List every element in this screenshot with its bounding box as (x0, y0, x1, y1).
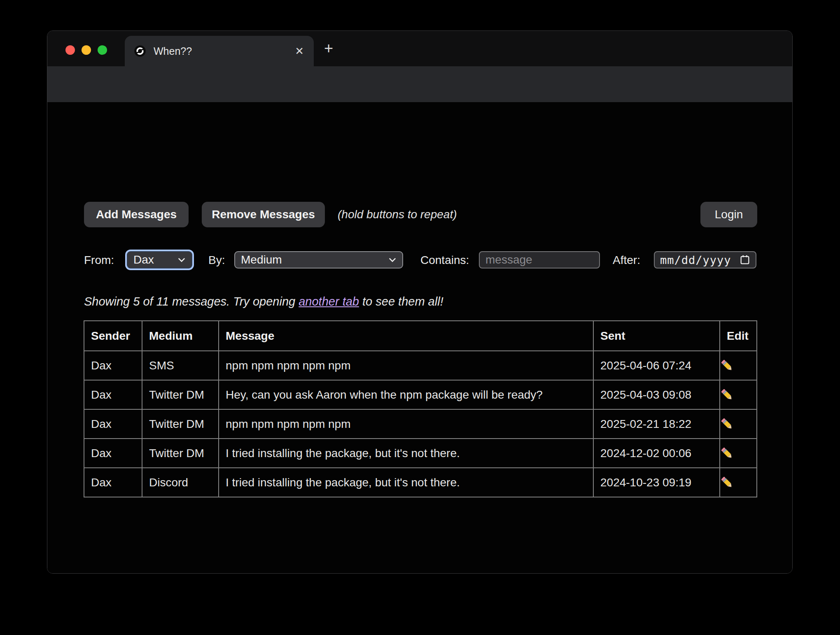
cell-medium: Twitter DM (142, 439, 219, 468)
table-row: Dax SMS npm npm npm npm npm 2025-04-06 0… (84, 351, 757, 380)
table-row: Dax Twitter DM I tried installing the pa… (84, 439, 757, 468)
header-sent: Sent (593, 321, 720, 351)
cell-sent: 2025-04-06 07:24 (593, 351, 720, 380)
cell-medium: Discord (142, 468, 219, 497)
by-select[interactable]: Medium (234, 251, 403, 268)
cell-message: I tried installing the package, but it's… (219, 468, 593, 497)
by-label: By: (208, 252, 225, 268)
cell-medium: Twitter DM (142, 380, 219, 409)
contains-label: Contains: (420, 252, 469, 268)
from-select[interactable]: Dax (127, 251, 192, 268)
hold-buttons-hint: (hold buttons to repeat) (338, 202, 457, 227)
table-row: Dax Discord I tried installing the packa… (84, 468, 757, 497)
edit-pencil-icon[interactable] (720, 359, 734, 373)
cell-medium: SMS (142, 351, 219, 380)
after-date-input[interactable]: mm/dd/yyyy (654, 251, 756, 268)
status-prefix: Showing 5 of 11 messages. Try opening (84, 295, 299, 308)
close-window-button[interactable] (65, 45, 75, 55)
cell-medium: Twitter DM (142, 409, 219, 439)
table-row: Dax Twitter DM Hey, can you ask Aaron wh… (84, 380, 757, 409)
status-suffix: to see them all! (359, 295, 443, 308)
cell-sender: Dax (84, 439, 142, 468)
by-select-value: Medium (241, 253, 388, 266)
browser-window: When?? ✕ + localhost:5173 (47, 30, 793, 574)
zoom-window-button[interactable] (98, 45, 107, 55)
cell-sent: 2024-10-23 09:19 (593, 468, 720, 497)
remove-messages-button[interactable]: Remove Messages (202, 202, 325, 227)
table-row: Dax Twitter DM npm npm npm npm npm 2025-… (84, 409, 757, 439)
edit-pencil-icon[interactable] (720, 476, 734, 490)
edit-pencil-icon[interactable] (720, 388, 734, 402)
browser-tab[interactable]: When?? ✕ (125, 36, 314, 66)
contains-input[interactable] (479, 251, 600, 268)
login-button[interactable]: Login (700, 202, 757, 227)
another-tab-link[interactable]: another tab (299, 295, 359, 308)
header-sender: Sender (84, 321, 142, 351)
cell-sender: Dax (84, 468, 142, 497)
browser-toolbar: localhost:5173 (47, 66, 792, 102)
cell-sender: Dax (84, 380, 142, 409)
cell-sent: 2025-04-03 09:08 (593, 380, 720, 409)
cell-message: npm npm npm npm npm (219, 351, 593, 380)
tab-strip: When?? ✕ + (47, 31, 792, 66)
tab-title: When?? (154, 45, 295, 57)
date-value: mm/dd/yyyy (660, 254, 731, 266)
chevron-down-icon (388, 257, 397, 262)
messages-tbody: Dax SMS npm npm npm npm npm 2025-04-06 0… (84, 351, 757, 497)
tab-close-icon[interactable]: ✕ (295, 45, 304, 58)
header-message: Message (219, 321, 593, 351)
from-label: From: (84, 252, 114, 268)
site-favicon-icon (134, 45, 146, 57)
traffic-lights (65, 45, 107, 55)
header-medium: Medium (142, 321, 219, 351)
add-messages-button[interactable]: Add Messages (84, 202, 189, 227)
chevron-down-icon (177, 257, 186, 262)
cell-edit (720, 468, 757, 497)
cell-message: I tried installing the package, but it's… (219, 439, 593, 468)
new-tab-button[interactable]: + (324, 40, 333, 56)
header-edit: Edit (720, 321, 757, 351)
cell-sender: Dax (84, 351, 142, 380)
after-label: After: (613, 252, 640, 268)
cell-edit (720, 380, 757, 409)
cell-edit (720, 409, 757, 439)
cell-sent: 2024-12-02 00:06 (593, 439, 720, 468)
minimize-window-button[interactable] (82, 45, 91, 55)
status-line: Showing 5 of 11 messages. Try opening an… (84, 292, 443, 310)
edit-pencil-icon[interactable] (720, 446, 734, 460)
messages-table: Sender Medium Message Sent Edit Dax SMS … (84, 320, 757, 497)
cell-message: npm npm npm npm npm (219, 409, 593, 439)
page-content: Add Messages Remove Messages (hold butto… (47, 102, 792, 574)
cell-sender: Dax (84, 409, 142, 439)
calendar-icon[interactable] (739, 254, 751, 266)
cell-edit (720, 439, 757, 468)
cell-message: Hey, can you ask Aaron when the npm pack… (219, 380, 593, 409)
from-select-value: Dax (133, 253, 177, 266)
cell-sent: 2025-02-21 18:22 (593, 409, 720, 439)
edit-pencil-icon[interactable] (720, 417, 734, 431)
cell-edit (720, 351, 757, 380)
table-header-row: Sender Medium Message Sent Edit (84, 321, 757, 351)
